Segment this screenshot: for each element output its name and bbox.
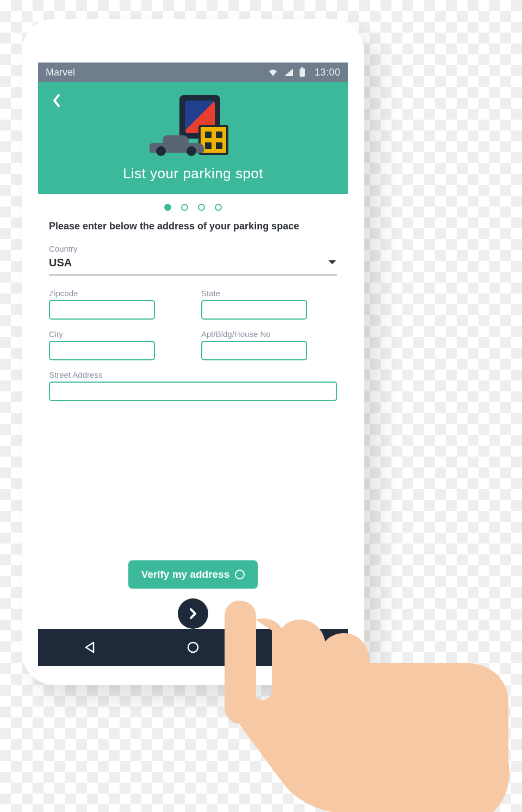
clock-label: 13:00 bbox=[314, 67, 340, 78]
battery-icon bbox=[299, 67, 306, 77]
chevron-left-icon bbox=[51, 93, 62, 108]
android-statusbar: Marvel 13:00 bbox=[38, 63, 348, 82]
state-label: State bbox=[201, 289, 337, 298]
back-button[interactable] bbox=[46, 90, 67, 111]
triangle-back-icon bbox=[83, 640, 97, 654]
app-header: List your parking spot bbox=[38, 82, 348, 194]
apt-input[interactable] bbox=[201, 341, 307, 360]
square-recent-icon bbox=[289, 640, 303, 654]
zipcode-input[interactable] bbox=[49, 300, 155, 320]
circle-home-icon bbox=[186, 640, 200, 654]
nav-recent-button[interactable] bbox=[280, 640, 313, 654]
verify-address-label: Verify my address bbox=[141, 569, 230, 580]
signal-icon bbox=[284, 68, 294, 77]
parking-illustration bbox=[150, 95, 237, 158]
progress-dot-1 bbox=[164, 204, 171, 211]
progress-dots bbox=[49, 204, 337, 211]
state-input[interactable] bbox=[201, 300, 307, 320]
street-label: Street Address bbox=[49, 370, 337, 379]
nav-home-button[interactable] bbox=[177, 640, 209, 654]
country-value: USA bbox=[49, 257, 327, 269]
svg-rect-1 bbox=[301, 67, 303, 69]
system-icons: 13:00 bbox=[268, 67, 340, 78]
page-title: List your parking spot bbox=[123, 165, 263, 182]
android-navbar bbox=[38, 629, 348, 666]
svg-point-2 bbox=[188, 642, 198, 652]
phone-frame: Marvel 13:00 bbox=[22, 19, 364, 685]
locate-icon bbox=[235, 570, 245, 579]
progress-dot-2 bbox=[181, 204, 188, 211]
next-button[interactable] bbox=[178, 598, 208, 629]
zipcode-label: Zipcode bbox=[49, 289, 185, 298]
svg-rect-0 bbox=[300, 68, 305, 77]
screen: Marvel 13:00 bbox=[38, 63, 348, 666]
progress-dot-3 bbox=[198, 204, 205, 211]
svg-rect-3 bbox=[292, 643, 301, 652]
form-content: Please enter below the address of your p… bbox=[38, 194, 348, 629]
form-instruction: Please enter below the address of your p… bbox=[49, 221, 337, 232]
wifi-icon bbox=[268, 68, 278, 77]
caret-down-icon bbox=[327, 258, 337, 268]
verify-address-button[interactable]: Verify my address bbox=[128, 560, 258, 589]
progress-dot-4 bbox=[215, 204, 222, 211]
street-input[interactable] bbox=[49, 382, 337, 401]
apt-label: Apt/Bldg/House No bbox=[201, 329, 337, 339]
chevron-right-icon bbox=[188, 607, 198, 620]
city-input[interactable] bbox=[49, 341, 155, 360]
country-label: Country bbox=[49, 244, 337, 253]
country-select[interactable]: USA bbox=[49, 255, 337, 276]
nav-back-button[interactable] bbox=[73, 640, 106, 654]
city-label: City bbox=[49, 329, 185, 339]
carrier-label: Marvel bbox=[46, 67, 75, 78]
